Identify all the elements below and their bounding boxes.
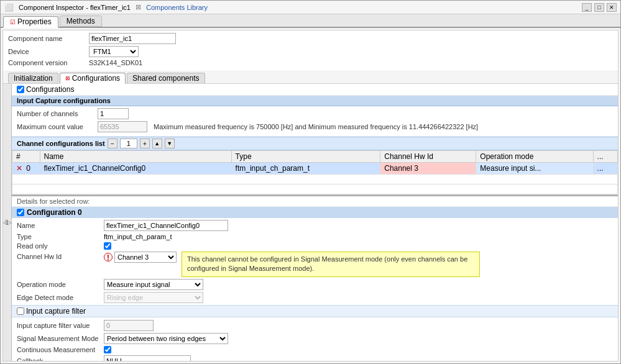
detail-type-label: Type xyxy=(17,233,104,240)
channel-count-display xyxy=(120,139,137,148)
minimize-button[interactable]: _ xyxy=(582,3,592,12)
move-down-button[interactable]: ▼ xyxy=(165,139,175,148)
remove-channel-button[interactable]: − xyxy=(108,139,117,148)
details-header: Details for selected row: xyxy=(12,196,618,207)
config0-label: Configuration 0 xyxy=(27,208,82,217)
max-count-label: Maximum count value xyxy=(17,123,98,130)
detail-readonly-checkbox[interactable] xyxy=(104,242,111,250)
col-operation: Operation mode xyxy=(476,151,593,163)
filter-value-input[interactable] xyxy=(104,320,154,331)
table-row-empty1 xyxy=(12,175,618,184)
row-extra: ... xyxy=(593,163,617,175)
sub-tabs: Initialization ⊠ Configurations Shared c… xyxy=(3,71,618,84)
col-channel-hw: Channel Hw Id xyxy=(380,151,476,163)
table-row[interactable]: ✕ 0 flexTimer_ic1_ChannelConfig0 ftm_inp… xyxy=(12,163,618,175)
detail-name-input[interactable] xyxy=(104,220,228,231)
row-type: ftm_input_ch_param_t xyxy=(231,163,380,175)
num-channels-input[interactable] xyxy=(98,108,129,119)
details-form: Name Type ftm_input_ch_param_t Read only xyxy=(12,218,618,361)
input-capture-header: Input Capture configurations xyxy=(12,96,618,106)
detail-op-mode-label: Operation mode xyxy=(17,281,104,288)
col-extra: ... xyxy=(593,151,617,163)
filter-value-label: Input capture filter value xyxy=(17,322,104,329)
callback-input[interactable] xyxy=(104,355,191,361)
collapse-handle[interactable]: ◁▷ >> xyxy=(3,84,12,361)
detail-edge-mode-label: Edge Detect mode xyxy=(17,294,104,301)
row-channel-hw: Channel 3 xyxy=(380,163,476,175)
callback-label: Callback xyxy=(17,357,104,361)
device-select[interactable]: FTM1 xyxy=(89,46,139,57)
col-type: Type xyxy=(231,151,380,163)
title-text1: Component Inspector - flexTimer_ic1 xyxy=(19,4,131,11)
configurations-checkbox-row: Configurations xyxy=(12,84,618,96)
close-button[interactable]: ✕ xyxy=(607,3,617,12)
channel-error-icon: ! xyxy=(104,253,113,262)
config0-checkbox[interactable] xyxy=(17,209,24,216)
move-up-button[interactable]: ▲ xyxy=(152,139,162,148)
detail-readonly-label: Read only xyxy=(17,242,104,250)
sub-tab-shared[interactable]: Shared components xyxy=(127,73,205,83)
signal-mode-label: Signal Measurement Mode xyxy=(17,335,104,342)
operation-mode-select[interactable]: Measure input signal Input capture Dual … xyxy=(104,279,203,290)
input-capture-filter-checkbox[interactable] xyxy=(17,307,24,315)
details-scroll: Name Type ftm_input_ch_param_t Read only xyxy=(12,218,618,361)
sub-tab-configurations[interactable]: ⊠ Configurations xyxy=(60,73,126,84)
title-sep: ⊠ xyxy=(136,3,141,11)
input-capture-filter-section: Input capture filter xyxy=(12,305,618,317)
device-label: Device xyxy=(8,48,89,55)
channel-list-label: Channel configurations list xyxy=(17,140,105,147)
title-bar: ⬜ Component Inspector - flexTimer_ic1 ⊠ … xyxy=(1,1,620,14)
component-inspector-icon: ⬜ xyxy=(4,3,14,12)
add-channel-button[interactable]: + xyxy=(140,139,150,148)
detail-name-label: Name xyxy=(17,222,104,229)
configurations-checkbox[interactable] xyxy=(17,86,24,93)
configurations-checkbox-label: Configurations xyxy=(26,85,74,94)
table-row-empty2 xyxy=(12,184,618,194)
row-index: 0 xyxy=(26,164,30,173)
component-form: Component name Device FTM1 Component ver… xyxy=(3,30,618,71)
row-operation: Measure input si... xyxy=(476,163,593,175)
input-capture-filter-label: Input capture filter xyxy=(26,307,86,316)
signal-mode-select[interactable]: Period between two rising edges Pulse wi… xyxy=(104,333,228,344)
tab-methods[interactable]: Methods xyxy=(60,16,102,27)
row-name: flexTimer_ic1_ChannelConfig0 xyxy=(40,163,231,175)
sub-tab-initialization[interactable]: Initialization xyxy=(8,73,58,83)
continuous-label: Continuous Measurement xyxy=(17,346,104,353)
col-hash: # xyxy=(12,151,40,163)
num-channels-label: Number of channels xyxy=(17,110,98,117)
tab-properties[interactable]: ☑ Properties xyxy=(3,16,58,28)
component-name-label: Component name xyxy=(8,35,89,42)
channel-list-header: Channel configurations list − + ▲ ▼ xyxy=(12,137,618,150)
channel-hw-select[interactable]: Channel 0 Channel 1 Channel 2 Channel 3 … xyxy=(114,252,177,263)
max-count-input[interactable] xyxy=(98,121,147,132)
detail-channel-label: Channel Hw Id xyxy=(17,252,104,260)
max-count-description: Maximum measured frequency is 750000 [Hz… xyxy=(154,123,478,130)
channel-warning-box: This channel cannot be configured in Sig… xyxy=(182,252,480,277)
continuous-checkbox[interactable] xyxy=(104,346,111,353)
component-version-value: S32K144_SDK01 xyxy=(89,59,142,66)
col-name: Name xyxy=(40,151,231,163)
edge-detect-select[interactable]: Rising edge Falling edge Both edges xyxy=(104,292,203,303)
config0-header: Configuration 0 xyxy=(12,207,618,218)
component-name-input[interactable] xyxy=(89,33,176,44)
components-library-link[interactable]: Components Library xyxy=(146,4,208,11)
component-version-label: Component version xyxy=(8,59,89,66)
maximize-button[interactable]: □ xyxy=(594,3,604,12)
detail-type-value: ftm_input_ch_param_t xyxy=(104,233,172,240)
row-delete-icon[interactable]: ✕ xyxy=(16,164,22,173)
channel-table-container: # Name Type Channel Hw Id Operation mode… xyxy=(12,150,618,195)
